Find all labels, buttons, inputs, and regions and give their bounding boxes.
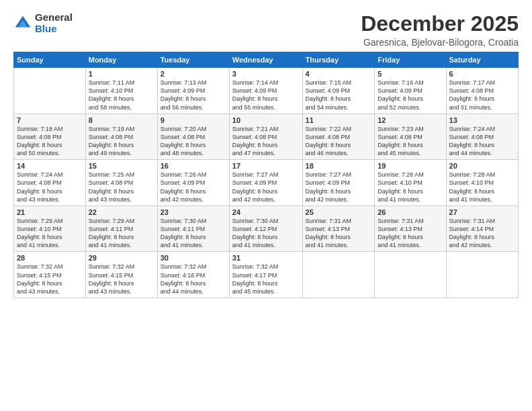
day-number: 31 (232, 254, 300, 262)
day-number: 24 (232, 208, 300, 216)
calendar-cell: 18Sunrise: 7:27 AM Sunset: 4:09 PM Dayli… (302, 160, 375, 206)
calendar-cell: 12Sunrise: 7:23 AM Sunset: 4:08 PM Dayli… (375, 113, 446, 160)
day-number: 17 (232, 162, 300, 170)
calendar-cell: 15Sunrise: 7:25 AM Sunset: 4:08 PM Dayli… (85, 160, 157, 206)
day-number: 4 (306, 70, 372, 78)
day-number: 14 (17, 162, 83, 170)
location-title: Garesnica, Bjelovar-Bilogora, Croatia (361, 37, 519, 48)
day-number: 11 (306, 116, 372, 124)
calendar-cell: 27Sunrise: 7:31 AM Sunset: 4:14 PM Dayli… (446, 205, 518, 252)
day-info: Sunrise: 7:29 AM Sunset: 4:11 PM Dayligh… (89, 217, 154, 250)
day-info: Sunrise: 7:31 AM Sunset: 4:13 PM Dayligh… (378, 217, 443, 250)
day-number: 29 (89, 254, 154, 262)
day-number: 5 (378, 70, 443, 78)
header-tuesday: Tuesday (157, 52, 229, 68)
day-number: 2 (161, 70, 226, 78)
calendar-week-row-3: 14Sunrise: 7:24 AM Sunset: 4:08 PM Dayli… (14, 160, 519, 206)
day-number: 25 (306, 208, 372, 216)
day-number: 18 (306, 162, 372, 170)
day-info: Sunrise: 7:16 AM Sunset: 4:09 PM Dayligh… (378, 79, 443, 111)
calendar-cell: 19Sunrise: 7:28 AM Sunset: 4:10 PM Dayli… (375, 160, 446, 206)
header-monday: Monday (85, 52, 157, 68)
day-info: Sunrise: 7:14 AM Sunset: 4:09 PM Dayligh… (232, 79, 300, 111)
calendar-cell (375, 252, 446, 298)
day-number: 8 (89, 116, 154, 124)
calendar-cell: 24Sunrise: 7:30 AM Sunset: 4:12 PM Dayli… (229, 205, 302, 252)
day-info: Sunrise: 7:32 AM Sunset: 4:17 PM Dayligh… (232, 263, 300, 295)
calendar-cell: 13Sunrise: 7:24 AM Sunset: 4:08 PM Dayli… (446, 113, 518, 160)
calendar-cell: 20Sunrise: 7:28 AM Sunset: 4:10 PM Dayli… (446, 160, 518, 206)
day-info: Sunrise: 7:23 AM Sunset: 4:08 PM Dayligh… (378, 125, 443, 158)
calendar-cell: 14Sunrise: 7:24 AM Sunset: 4:08 PM Dayli… (14, 160, 86, 206)
day-number: 19 (378, 162, 443, 170)
day-info: Sunrise: 7:31 AM Sunset: 4:14 PM Dayligh… (449, 217, 515, 250)
logo-general-text: General (35, 12, 73, 24)
day-info: Sunrise: 7:29 AM Sunset: 4:10 PM Dayligh… (17, 217, 83, 250)
day-number: 15 (89, 162, 154, 170)
day-info: Sunrise: 7:25 AM Sunset: 4:08 PM Dayligh… (89, 171, 154, 203)
day-number: 10 (232, 116, 300, 124)
calendar-cell: 8Sunrise: 7:19 AM Sunset: 4:08 PM Daylig… (85, 113, 157, 160)
calendar-cell: 21Sunrise: 7:29 AM Sunset: 4:10 PM Dayli… (14, 205, 86, 252)
day-info: Sunrise: 7:32 AM Sunset: 4:15 PM Dayligh… (17, 263, 83, 295)
calendar-cell (446, 252, 518, 298)
day-number: 26 (378, 208, 443, 216)
calendar-cell: 7Sunrise: 7:18 AM Sunset: 4:08 PM Daylig… (14, 113, 86, 160)
day-info: Sunrise: 7:15 AM Sunset: 4:09 PM Dayligh… (306, 79, 372, 111)
day-info: Sunrise: 7:20 AM Sunset: 4:08 PM Dayligh… (161, 125, 226, 158)
calendar-cell: 9Sunrise: 7:20 AM Sunset: 4:08 PM Daylig… (157, 113, 229, 160)
day-number: 7 (17, 116, 83, 124)
day-info: Sunrise: 7:28 AM Sunset: 4:10 PM Dayligh… (449, 171, 515, 203)
calendar-week-row-1: 1Sunrise: 7:11 AM Sunset: 4:10 PM Daylig… (14, 68, 519, 114)
day-info: Sunrise: 7:27 AM Sunset: 4:09 PM Dayligh… (306, 171, 372, 203)
day-number: 9 (161, 116, 226, 124)
calendar-cell: 26Sunrise: 7:31 AM Sunset: 4:13 PM Dayli… (375, 205, 446, 252)
title-block: December 2025 Garesnica, Bjelovar-Bilogo… (361, 12, 519, 48)
calendar-week-row-2: 7Sunrise: 7:18 AM Sunset: 4:08 PM Daylig… (14, 113, 519, 160)
day-info: Sunrise: 7:17 AM Sunset: 4:08 PM Dayligh… (449, 79, 515, 111)
header: General Blue December 2025 Garesnica, Bj… (13, 12, 519, 48)
calendar-cell: 6Sunrise: 7:17 AM Sunset: 4:08 PM Daylig… (446, 68, 518, 114)
calendar-cell: 25Sunrise: 7:31 AM Sunset: 4:13 PM Dayli… (302, 205, 375, 252)
day-number: 20 (449, 162, 515, 170)
calendar-table: Sunday Monday Tuesday Wednesday Thursday… (13, 52, 519, 298)
logo-blue-text: Blue (35, 24, 73, 35)
weekday-header-row: Sunday Monday Tuesday Wednesday Thursday… (14, 52, 519, 68)
calendar-cell: 1Sunrise: 7:11 AM Sunset: 4:10 PM Daylig… (85, 68, 157, 114)
day-info: Sunrise: 7:28 AM Sunset: 4:10 PM Dayligh… (378, 171, 443, 203)
calendar-cell: 17Sunrise: 7:27 AM Sunset: 4:09 PM Dayli… (229, 160, 302, 206)
calendar-cell: 30Sunrise: 7:32 AM Sunset: 4:16 PM Dayli… (157, 252, 229, 298)
header-saturday: Saturday (446, 52, 518, 68)
calendar-cell: 31Sunrise: 7:32 AM Sunset: 4:17 PM Dayli… (229, 252, 302, 298)
day-info: Sunrise: 7:26 AM Sunset: 4:09 PM Dayligh… (161, 171, 226, 203)
day-info: Sunrise: 7:13 AM Sunset: 4:09 PM Dayligh… (161, 79, 226, 111)
header-friday: Friday (375, 52, 446, 68)
calendar-cell: 22Sunrise: 7:29 AM Sunset: 4:11 PM Dayli… (85, 205, 157, 252)
calendar-cell: 16Sunrise: 7:26 AM Sunset: 4:09 PM Dayli… (157, 160, 229, 206)
day-info: Sunrise: 7:19 AM Sunset: 4:08 PM Dayligh… (89, 125, 154, 158)
header-wednesday: Wednesday (229, 52, 302, 68)
day-number: 22 (89, 208, 154, 216)
calendar-cell: 2Sunrise: 7:13 AM Sunset: 4:09 PM Daylig… (157, 68, 229, 114)
day-number: 6 (449, 70, 515, 78)
calendar-cell (302, 252, 375, 298)
day-number: 16 (161, 162, 226, 170)
calendar-cell: 10Sunrise: 7:21 AM Sunset: 4:08 PM Dayli… (229, 113, 302, 160)
calendar-cell: 5Sunrise: 7:16 AM Sunset: 4:09 PM Daylig… (375, 68, 446, 114)
day-info: Sunrise: 7:24 AM Sunset: 4:08 PM Dayligh… (449, 125, 515, 158)
calendar-cell: 23Sunrise: 7:30 AM Sunset: 4:11 PM Dayli… (157, 205, 229, 252)
month-title: December 2025 (361, 12, 519, 36)
day-number: 28 (17, 254, 83, 262)
day-number: 30 (161, 254, 226, 262)
calendar-cell: 3Sunrise: 7:14 AM Sunset: 4:09 PM Daylig… (229, 68, 302, 114)
calendar-cell: 11Sunrise: 7:22 AM Sunset: 4:08 PM Dayli… (302, 113, 375, 160)
day-info: Sunrise: 7:11 AM Sunset: 4:10 PM Dayligh… (89, 79, 154, 111)
day-info: Sunrise: 7:32 AM Sunset: 4:15 PM Dayligh… (89, 263, 154, 295)
day-number: 21 (17, 208, 83, 216)
calendar-week-row-4: 21Sunrise: 7:29 AM Sunset: 4:10 PM Dayli… (14, 205, 519, 252)
day-info: Sunrise: 7:18 AM Sunset: 4:08 PM Dayligh… (17, 125, 83, 158)
day-info: Sunrise: 7:24 AM Sunset: 4:08 PM Dayligh… (17, 171, 83, 203)
day-info: Sunrise: 7:22 AM Sunset: 4:08 PM Dayligh… (306, 125, 372, 158)
day-number: 1 (89, 70, 154, 78)
logo: General Blue (13, 12, 73, 34)
